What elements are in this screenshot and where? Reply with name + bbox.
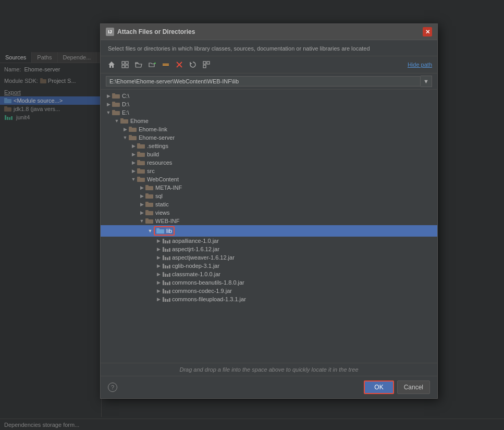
tree-item-ehome[interactable]: ▼ Ehome bbox=[101, 117, 437, 125]
toolbar-refresh-button[interactable] bbox=[187, 59, 199, 70]
toolbar-new-folder-button[interactable]: + bbox=[146, 59, 158, 70]
path-input[interactable] bbox=[106, 76, 421, 87]
tree-item-build[interactable]: ▶ build bbox=[101, 150, 437, 158]
tree-item-views[interactable]: ▶ views bbox=[101, 208, 437, 217]
attach-files-dialog: IJ Attach Files or Directories ✕ Select … bbox=[100, 23, 438, 399]
toolbar-delete-button[interactable] bbox=[174, 59, 185, 70]
tree-item-commons-beanutils[interactable]: ▶ commons-beanutils-1.8.0.jar bbox=[101, 278, 437, 287]
svg-rect-6 bbox=[122, 62, 125, 64]
tree-item-static[interactable]: ▶ static bbox=[101, 200, 437, 208]
drag-drop-hint: Drag and drop a file into the space abov… bbox=[101, 363, 437, 376]
jar-icon-classmate bbox=[162, 271, 170, 277]
tree-label-ehome: Ehome bbox=[130, 118, 149, 124]
tree-item-classmate[interactable]: ▶ classmate-1.0.0.jar bbox=[101, 270, 437, 278]
folder-icon-settings bbox=[137, 143, 145, 149]
svg-rect-35 bbox=[137, 161, 145, 165]
svg-rect-30 bbox=[129, 135, 132, 137]
tree-arrow-build: ▶ bbox=[130, 152, 137, 157]
tree-item-ehome-link[interactable]: ▶ Ehome-link bbox=[101, 125, 437, 133]
tree-item-aopalliance[interactable]: ▶ aopalliance-1.0.jar bbox=[101, 237, 437, 245]
cancel-button[interactable]: Cancel bbox=[397, 380, 430, 394]
toolbar-expand-button[interactable] bbox=[201, 59, 212, 70]
svg-rect-29 bbox=[129, 136, 137, 140]
tree-arrow-commons-codec: ▶ bbox=[155, 288, 162, 293]
svg-rect-25 bbox=[120, 119, 128, 124]
tree-item-e[interactable]: ▼ E:\ bbox=[101, 108, 437, 117]
svg-rect-27 bbox=[129, 128, 137, 132]
dialog-title-text: Attach Files or Directories bbox=[117, 28, 195, 35]
tree-label-cglib: cglib-nodep-3.1.jar bbox=[172, 263, 219, 269]
svg-rect-21 bbox=[112, 103, 120, 107]
tree-label-d: D:\ bbox=[122, 101, 129, 107]
path-browse-button[interactable]: ▼ bbox=[421, 76, 432, 87]
svg-rect-43 bbox=[145, 194, 153, 199]
tree-arrow-views: ▶ bbox=[138, 210, 145, 215]
tree-arrow-c: ▶ bbox=[105, 93, 112, 99]
svg-rect-19 bbox=[112, 94, 120, 99]
svg-rect-20 bbox=[112, 93, 115, 95]
tree-label-meta-inf: META-INF bbox=[155, 185, 182, 191]
tree-arrow-webcontent: ▼ bbox=[130, 177, 137, 182]
tree-item-c[interactable]: ▶ C:\ bbox=[101, 92, 437, 100]
tree-item-cglib[interactable]: ▶ cglib-nodep-3.1.jar bbox=[101, 262, 437, 270]
tree-item-resources[interactable]: ▶ resources bbox=[101, 158, 437, 167]
folder-icon-ehome-link bbox=[129, 126, 137, 132]
footer-buttons: OK Cancel bbox=[364, 380, 430, 394]
tree-label-build: build bbox=[147, 151, 159, 157]
svg-rect-22 bbox=[112, 102, 115, 103]
svg-rect-42 bbox=[145, 185, 149, 187]
folder-icon-static bbox=[145, 201, 154, 207]
tree-label-resources: resources bbox=[147, 159, 172, 166]
jar-icon-commons-fileupload bbox=[162, 296, 170, 302]
svg-rect-39 bbox=[137, 178, 145, 182]
svg-rect-38 bbox=[137, 168, 140, 170]
tree-label-settings: .settings bbox=[147, 143, 168, 149]
svg-rect-28 bbox=[129, 127, 132, 128]
tree-item-src[interactable]: ▶ src bbox=[101, 167, 437, 175]
toolbar-folder-open-button[interactable] bbox=[133, 59, 144, 70]
tree-item-web-inf[interactable]: ▼ WEB-INF bbox=[101, 217, 437, 225]
tree-item-aspectjweaver[interactable]: ▶ aspectjweaver-1.6.12.jar bbox=[101, 253, 437, 262]
tree-item-settings[interactable]: ▶ .settings bbox=[101, 142, 437, 150]
folder-icon-build bbox=[137, 151, 145, 157]
tree-item-sql[interactable]: ▶ sql bbox=[101, 192, 437, 200]
tree-item-d[interactable]: ▶ D:\ bbox=[101, 100, 437, 108]
tree-arrow-meta-inf: ▶ bbox=[138, 185, 145, 190]
toolbar-home-button[interactable] bbox=[106, 59, 117, 70]
jar-icon-commons-beanutils bbox=[162, 279, 170, 286]
tree-item-ehome-server[interactable]: ▼ Ehome-server bbox=[101, 133, 437, 142]
hide-path-link[interactable]: Hide path bbox=[408, 62, 432, 68]
tree-item-lib[interactable]: ▼ lib bbox=[101, 225, 437, 237]
toolbar-grid-button[interactable] bbox=[119, 59, 131, 70]
tree-label-ehome-server: Ehome-server bbox=[139, 134, 175, 141]
svg-rect-48 bbox=[145, 210, 149, 212]
svg-rect-13 bbox=[163, 65, 169, 66]
tree-item-commons-codec[interactable]: ▶ commons-codec-1.9.jar bbox=[101, 287, 437, 295]
tree-item-webcontent[interactable]: ▼ WebContent bbox=[101, 175, 437, 183]
tree-label-classmate: classmate-1.0.0.jar bbox=[172, 271, 220, 277]
toolbar-cut-button[interactable] bbox=[160, 59, 171, 70]
folder-icon-sql bbox=[145, 193, 154, 199]
folder-icon-lib bbox=[156, 228, 165, 234]
ok-button[interactable]: OK bbox=[364, 380, 394, 394]
tree-item-commons-fileupload[interactable]: ▶ commons-fileupload-1.3.1.jar bbox=[101, 295, 437, 303]
dialog-title-icon: IJ bbox=[106, 28, 114, 36]
new-folder-icon: + bbox=[149, 61, 156, 68]
path-row: ▼ bbox=[101, 73, 437, 90]
svg-rect-18 bbox=[203, 65, 206, 68]
svg-rect-51 bbox=[156, 229, 164, 234]
tree-arrow-d: ▶ bbox=[105, 102, 112, 107]
jar-icon-cglib bbox=[162, 263, 170, 269]
help-button[interactable]: ? bbox=[108, 383, 117, 392]
tree-label-aopalliance: aopalliance-1.0.jar bbox=[172, 238, 219, 244]
tree-label-web-inf: WEB-INF bbox=[155, 218, 179, 224]
folder-open-icon bbox=[135, 61, 142, 68]
svg-rect-33 bbox=[137, 153, 145, 157]
dialog-close-button[interactable]: ✕ bbox=[423, 27, 432, 36]
tree-item-aspectjrt[interactable]: ▶ aspectjrt-1.6.12.jar bbox=[101, 245, 437, 253]
folder-icon-src bbox=[137, 168, 145, 174]
svg-rect-23 bbox=[112, 111, 120, 115]
svg-rect-32 bbox=[137, 143, 140, 145]
svg-rect-26 bbox=[120, 118, 124, 120]
tree-item-meta-inf[interactable]: ▶ META-INF bbox=[101, 183, 437, 192]
